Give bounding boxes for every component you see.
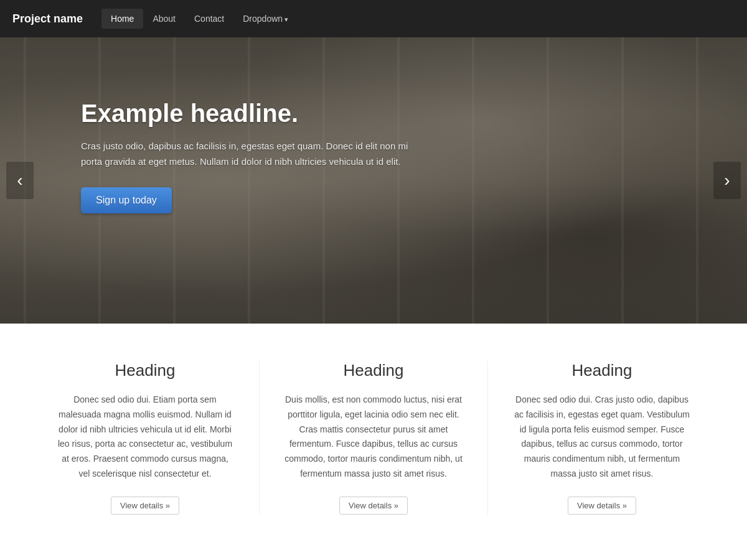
hero-section: Example headline. Cras justo odio, dapib…: [0, 37, 747, 324]
carousel-prev-button[interactable]: ‹: [6, 162, 34, 199]
navbar-brand[interactable]: Project name: [12, 12, 83, 26]
col-2-heading: Heading: [284, 361, 463, 380]
col-2-cta-button[interactable]: View details »: [339, 497, 408, 515]
content-section: Heading Donec sed odio dui. Etiam porta …: [0, 324, 747, 552]
nav-item-contact[interactable]: Contact: [185, 9, 233, 29]
col-1-body: Donec sed odio dui. Etiam porta sem male…: [56, 393, 234, 482]
col-3-body: Donec sed odio dui. Cras justo odio, dap…: [513, 393, 691, 482]
col-2-body: Duis mollis, est non commodo luctus, nis…: [284, 393, 463, 482]
carousel-next-button[interactable]: ›: [713, 162, 741, 199]
nav-item-about[interactable]: About: [143, 9, 185, 29]
nav-link-home[interactable]: Home: [101, 9, 143, 29]
hero-body: Cras justo odio, dapibus ac facilisis in…: [81, 139, 430, 170]
column-1: Heading Donec sed odio dui. Etiam porta …: [31, 361, 260, 515]
col-1-heading: Heading: [56, 361, 234, 380]
col-1-cta-button[interactable]: View details »: [111, 497, 179, 515]
nav-link-contact[interactable]: Contact: [185, 9, 233, 29]
navbar: Project name Home About Contact Dropdown: [0, 0, 747, 37]
hero-content: Example headline. Cras justo odio, dapib…: [0, 37, 436, 213]
col-3-cta-button[interactable]: View details »: [568, 497, 636, 515]
nav-item-home[interactable]: Home: [101, 9, 143, 29]
hero-headline: Example headline.: [81, 100, 436, 128]
nav-item-dropdown[interactable]: Dropdown: [233, 9, 298, 29]
col-3-heading: Heading: [513, 361, 691, 380]
column-2: Heading Duis mollis, est non commodo luc…: [260, 361, 488, 515]
nav-link-dropdown[interactable]: Dropdown: [233, 9, 298, 29]
column-3: Heading Donec sed odio dui. Cras justo o…: [488, 361, 716, 515]
navbar-nav: Home About Contact Dropdown: [101, 9, 298, 29]
hero-cta-button[interactable]: Sign up today: [81, 187, 172, 213]
nav-link-about[interactable]: About: [143, 9, 185, 29]
columns-container: Heading Donec sed odio dui. Etiam porta …: [31, 361, 716, 515]
